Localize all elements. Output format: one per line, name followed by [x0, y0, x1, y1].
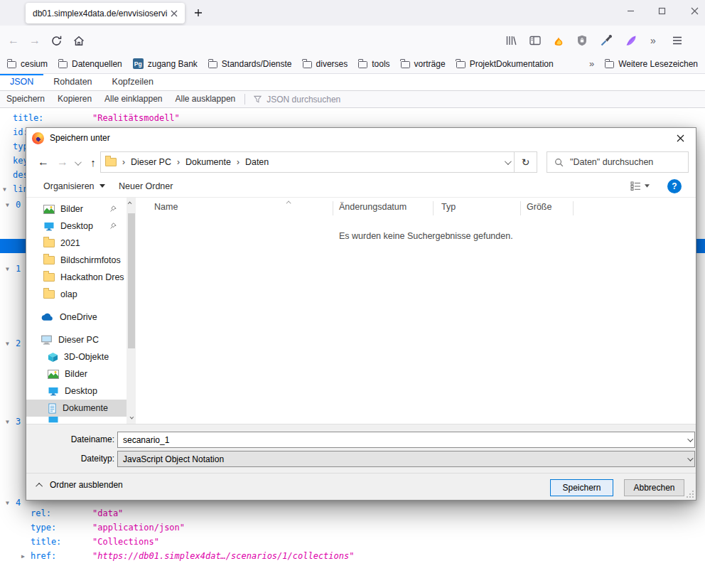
bookmark-item[interactable]: tools	[358, 59, 389, 69]
expand-triangle-icon[interactable]: ▼	[6, 262, 9, 277]
pictures-icon	[48, 370, 59, 379]
jv-save-button[interactable]: Speichern	[0, 91, 51, 107]
library-icon[interactable]	[502, 31, 520, 50]
dialog-close-icon[interactable]	[667, 129, 693, 147]
sidebar-item-hackathon[interactable]: Hackathon Dres	[26, 269, 127, 286]
sidebar-item-desktop-quick[interactable]: Desktop	[26, 218, 127, 235]
tab-close-icon[interactable]	[168, 7, 181, 20]
save-button[interactable]: Speichern	[550, 479, 613, 496]
reload-icon[interactable]	[47, 31, 65, 50]
expand-triangle-icon[interactable]: ▼	[6, 337, 9, 351]
filetype-select[interactable]: JavaScript Object Notation	[117, 451, 695, 467]
dialog-search-input[interactable]: "Daten" durchsuchen	[547, 151, 689, 173]
sidebar-item-2021[interactable]: 2021	[26, 235, 127, 252]
eyedropper-icon[interactable]	[597, 31, 615, 50]
chevron-up-icon	[36, 482, 43, 489]
new-folder-button[interactable]: Neuer Ordner	[119, 175, 173, 197]
filename-input[interactable]: secanario_1	[117, 432, 695, 448]
bookmarks-bar: cesium Datenquellen Pgzugang Bank Standa…	[0, 54, 705, 74]
sidebar-item-bilder[interactable]: Bilder	[26, 365, 127, 383]
tab-json[interactable]: JSON	[0, 74, 43, 90]
home-icon[interactable]	[70, 31, 88, 50]
dialog-forward-icon: →	[53, 151, 72, 173]
resize-grip[interactable]	[687, 491, 694, 498]
folder-icon	[401, 61, 410, 68]
jv-expand-all-button[interactable]: Alle ausklappen	[169, 91, 242, 107]
column-header-size[interactable]: Größe	[527, 202, 551, 212]
jv-collapse-all-button[interactable]: Alle einklappen	[98, 91, 168, 107]
scroll-down-icon[interactable]	[128, 415, 134, 421]
view-options-button[interactable]	[630, 175, 650, 197]
bookmarks-overflow-icon[interactable]: »	[589, 58, 594, 69]
sidebar-item-dieser-pc[interactable]: Dieser PC	[26, 331, 127, 348]
bookmark-item[interactable]: Standards/Dienste	[208, 59, 292, 69]
organize-button[interactable]: Organisieren	[43, 175, 105, 197]
column-header-name[interactable]: Name	[154, 202, 178, 212]
column-header-date[interactable]: Änderungsdatum	[339, 202, 407, 212]
scrollbar-thumb[interactable]	[128, 213, 135, 348]
json-viewer-tabbar: JSON Rohdaten Kopfzeilen	[0, 74, 705, 91]
bookmark-item[interactable]: ProjektDokumentation	[456, 59, 554, 69]
window-close-button[interactable]	[685, 1, 704, 20]
help-button[interactable]: ?	[667, 175, 682, 197]
forward-icon[interactable]: →	[26, 31, 44, 50]
jv-copy-button[interactable]: Kopieren	[51, 91, 98, 107]
expand-triangle-icon[interactable]: ▼	[3, 183, 6, 197]
breadcrumb-chevron-icon: ›	[122, 157, 125, 167]
sidebar-item-desktop[interactable]: Desktop	[26, 383, 127, 400]
dialog-history-chevron-icon[interactable]	[70, 152, 83, 173]
combo-dropdown-icon[interactable]	[687, 436, 693, 442]
menu-icon[interactable]	[668, 31, 687, 50]
bookmark-more-folder[interactable]: Weitere Lesezeichen	[605, 59, 698, 69]
combo-dropdown-icon[interactable]	[687, 455, 693, 461]
back-icon[interactable]: ←	[4, 31, 23, 50]
bookmark-item[interactable]: diverses	[303, 59, 348, 69]
sidebar-toggle-icon[interactable]	[526, 31, 544, 50]
addon-paint-icon[interactable]	[549, 31, 568, 50]
bookmark-item[interactable]: cesium	[7, 59, 48, 69]
tab-kopfzeilen[interactable]: Kopfzeilen	[102, 74, 163, 90]
column-divider[interactable]	[573, 201, 574, 215]
bookmark-item[interactable]: Datenquellen	[58, 59, 122, 69]
bookmark-item[interactable]: Pgzugang Bank	[133, 58, 198, 69]
browser-tab[interactable]: db01.simplex4data.de/envvisioservi	[26, 3, 185, 23]
jv-search-input[interactable]: JSON durchsuchen	[254, 95, 340, 105]
bookmark-item[interactable]: vorträge	[401, 59, 446, 69]
folder-icon	[105, 158, 117, 166]
sidebar-scrollbar[interactable]	[127, 198, 136, 424]
expand-triangle-icon[interactable]: ▼	[6, 496, 9, 511]
sidebar-item-dokumente[interactable]: Dokumente	[26, 400, 127, 417]
new-tab-button[interactable]	[190, 5, 206, 21]
expand-triangle-icon[interactable]: ▼	[6, 415, 9, 429]
column-divider[interactable]	[433, 201, 434, 215]
window-minimize-button[interactable]	[621, 1, 640, 20]
scroll-up-icon[interactable]	[128, 199, 134, 205]
hide-folders-button[interactable]: Ordner ausblenden	[38, 480, 123, 490]
window-maximize-button[interactable]	[652, 1, 671, 20]
sidebar-item-3d-objekte[interactable]: 3D-Objekte	[26, 348, 127, 365]
cancel-button[interactable]: Abbrechen	[624, 479, 684, 496]
breadcrumb-segment[interactable]: Daten	[245, 157, 269, 167]
expand-triangle-icon[interactable]: ▼	[6, 198, 9, 213]
sidebar-item-partial[interactable]	[26, 417, 127, 424]
tab-rohdaten[interactable]: Rohdaten	[43, 74, 102, 90]
address-breadcrumb[interactable]: › Dieser PC › Dokumente › Daten	[100, 151, 515, 173]
filename-label: Dateiname:	[26, 432, 114, 448]
dialog-back-icon[interactable]: ←	[33, 151, 53, 173]
collapse-triangle-icon[interactable]: ▶	[21, 550, 25, 564]
sidebar-item-bilder-quick[interactable]: Bilder	[26, 201, 127, 218]
column-divider[interactable]	[333, 201, 333, 215]
footer-divider	[26, 473, 696, 474]
shield-lock-icon[interactable]	[573, 31, 591, 50]
column-divider[interactable]	[520, 201, 521, 215]
column-header-type[interactable]: Typ	[441, 202, 456, 212]
breadcrumb-segment[interactable]: Dokumente	[185, 157, 231, 167]
overflow-chevrons-icon[interactable]: »	[644, 31, 662, 50]
sidebar-item-onedrive[interactable]: OneDrive	[26, 309, 127, 326]
sidebar-item-bildschirmfotos[interactable]: Bildschirmfotos	[26, 252, 127, 269]
sidebar-item-olap[interactable]: olap	[26, 286, 127, 303]
breadcrumb-segment[interactable]: Dieser PC	[131, 157, 171, 167]
refresh-icon[interactable]: ↻	[514, 151, 537, 173]
address-dropdown-icon[interactable]	[505, 157, 510, 167]
feather-addon-icon[interactable]	[622, 31, 640, 50]
